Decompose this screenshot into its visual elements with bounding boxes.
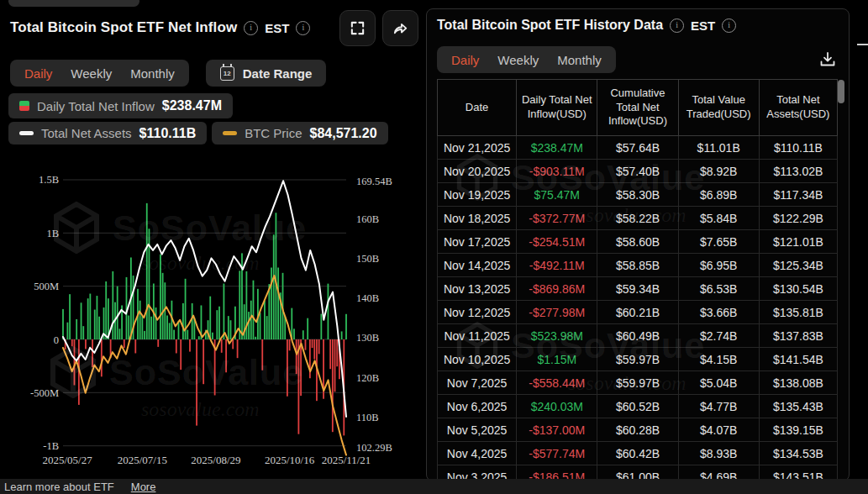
cell-cumulative: $60.42B [597, 442, 678, 465]
cell-inflow: -$558.44M [517, 371, 597, 395]
table-row: Nov 17,2025-$254.51M$58.60B$7.65B$121.01… [438, 230, 838, 254]
legend-label: Daily Total Net Inflow [37, 99, 155, 113]
svg-text:1.5B: 1.5B [39, 174, 59, 186]
info-icon[interactable]: i [670, 18, 684, 33]
cell-inflow: -$492.11M [517, 254, 597, 277]
cell-cumulative: $60.52B [597, 395, 678, 418]
cell-cumulative: $59.97B [597, 348, 678, 371]
cell-assets: $125.34B [759, 254, 837, 277]
legend-value: $238.47M [162, 98, 222, 113]
cell-date: Nov 17,2025 [438, 230, 517, 254]
col-date: Date [438, 80, 517, 136]
cell-date: Nov 4,2025 [438, 442, 517, 465]
chart-canvas[interactable]: 1.5B1B500M0-500M-1B169.54B160B150B140B13… [0, 168, 425, 470]
tab-monthly[interactable]: Monthly [548, 53, 611, 67]
panel-title: Total Bitcoin Spot ETF Net Inflow [10, 19, 237, 36]
tab-weekly[interactable]: Weekly [61, 66, 121, 81]
info-icon[interactable]: i [722, 18, 736, 33]
inflow-bar-icon [19, 101, 29, 111]
cell-date: Nov 7,2025 [438, 371, 517, 395]
cell-cumulative: $58.60B [597, 230, 678, 254]
info-icon[interactable]: i [296, 21, 310, 35]
cell-assets: $110.11B [759, 136, 837, 160]
download-button[interactable] [817, 49, 839, 71]
svg-text:2025/07/15: 2025/07/15 [118, 454, 167, 466]
cell-traded: $7.65B [678, 230, 759, 254]
tab-weekly[interactable]: Weekly [488, 53, 548, 67]
cell-inflow: $240.03M [517, 395, 597, 418]
cell-assets: $135.43B [759, 395, 837, 418]
cell-date: Nov 12,2025 [438, 301, 517, 324]
cell-assets: $135.81B [759, 301, 837, 324]
cell-inflow: -$903.11M [517, 160, 597, 183]
calendar-icon: 12 [220, 66, 234, 81]
download-icon [818, 50, 837, 69]
chart-controls: Daily Weekly Monthly 12 Date Range [10, 60, 326, 87]
table-row: Nov 7,2025-$558.44M$59.97B$5.04B$138.08B [438, 371, 838, 395]
period-tabs: Daily Weekly Monthly [437, 46, 616, 73]
cell-cumulative: $60.28B [597, 418, 678, 442]
svg-text:-1B: -1B [43, 440, 59, 452]
legend-label: BTC Price [245, 126, 302, 140]
tab-daily[interactable]: Daily [442, 53, 488, 67]
cell-traded: $3.66B [678, 301, 759, 324]
cell-cumulative: $58.85B [597, 254, 678, 277]
fullscreen-icon [350, 20, 366, 36]
cell-traded: $5.04B [678, 371, 759, 395]
share-icon [392, 19, 409, 37]
svg-text:169.54B: 169.54B [356, 176, 392, 187]
svg-text:110B: 110B [356, 412, 379, 423]
more-link[interactable]: More [131, 481, 156, 493]
cell-date: Nov 18,2025 [438, 207, 517, 230]
fullscreen-button[interactable] [339, 10, 376, 46]
table-row: Nov 13,2025-$869.86M$59.34B$6.53B$130.54… [438, 277, 838, 301]
svg-text:120B: 120B [356, 372, 379, 384]
cell-assets: $141.54B [759, 348, 837, 371]
legend-net-assets[interactable]: Total Net Assets $110.11B [8, 122, 207, 145]
date-range-button[interactable]: 12 Date Range [206, 60, 327, 87]
svg-text:160B: 160B [356, 213, 379, 225]
cell-date: Nov 6,2025 [438, 395, 517, 418]
cell-inflow: -$577.74M [517, 442, 597, 465]
svg-text:-500M: -500M [30, 387, 59, 399]
cell-inflow: -$137.00M [517, 418, 597, 442]
etf-inflow-chart[interactable]: 1.5B1B500M0-500M-1B169.54B160B150B140B13… [0, 168, 425, 470]
cell-traded: $4.15B [678, 348, 759, 371]
table-row: Nov 20,2025-$903.11M$57.40B$8.92B$113.02… [438, 160, 838, 183]
legend-btc-price[interactable]: BTC Price $84,571.20 [212, 122, 387, 145]
cell-traded: $8.92B [678, 160, 759, 183]
cell-inflow: $75.47M [517, 183, 597, 207]
cell-traded: $6.95B [678, 254, 759, 277]
cell-date: Nov 13,2025 [438, 277, 517, 301]
cell-date: Nov 19,2025 [438, 183, 517, 207]
info-icon[interactable]: i [244, 21, 258, 35]
table-row: Nov 18,2025-$372.77M$58.22B$5.84B$122.29… [438, 207, 838, 230]
share-button[interactable] [382, 10, 418, 46]
tab-monthly[interactable]: Monthly [121, 66, 184, 81]
cell-date: Nov 11,2025 [438, 324, 517, 348]
col-daily-inflow: Daily Total Net Inflow(USD) [517, 80, 597, 136]
cell-assets: $139.15B [759, 418, 837, 442]
table-row: Nov 10,2025$1.15M$59.97B$4.15B$141.54B [438, 348, 838, 371]
legend-value: $110.11B [139, 126, 197, 141]
table-row: Nov 11,2025$523.98M$60.49B$2.74B$137.83B [438, 324, 838, 348]
cell-date: Nov 5,2025 [438, 418, 517, 442]
svg-text:2025/05/27: 2025/05/27 [42, 454, 92, 466]
history-header: Total Bitcoin Spot ETF History Data i ES… [437, 18, 736, 33]
panel-title: Total Bitcoin Spot ETF History Data [437, 18, 663, 33]
svg-text:0: 0 [54, 334, 59, 346]
cell-assets: $134.53B [759, 442, 837, 465]
svg-text:140B: 140B [356, 292, 379, 304]
tab-daily[interactable]: Daily [15, 66, 61, 81]
cell-assets: $138.08B [759, 371, 837, 395]
legend-net-inflow[interactable]: Daily Total Net Inflow $238.47M [8, 93, 233, 118]
cell-inflow: $238.47M [517, 136, 597, 160]
page-scrollbar-thumb[interactable] [857, 44, 868, 45]
btc-line-icon [223, 131, 237, 135]
cell-date: Nov 10,2025 [438, 348, 517, 371]
table-scrollbar-thumb[interactable] [838, 80, 844, 103]
net-inflow-header: Total Bitcoin Spot ETF Net Inflow i EST … [10, 10, 418, 45]
cell-inflow: -$277.98M [517, 301, 597, 324]
timezone-label: EST [691, 18, 715, 33]
cell-cumulative: $59.97B [597, 371, 678, 395]
